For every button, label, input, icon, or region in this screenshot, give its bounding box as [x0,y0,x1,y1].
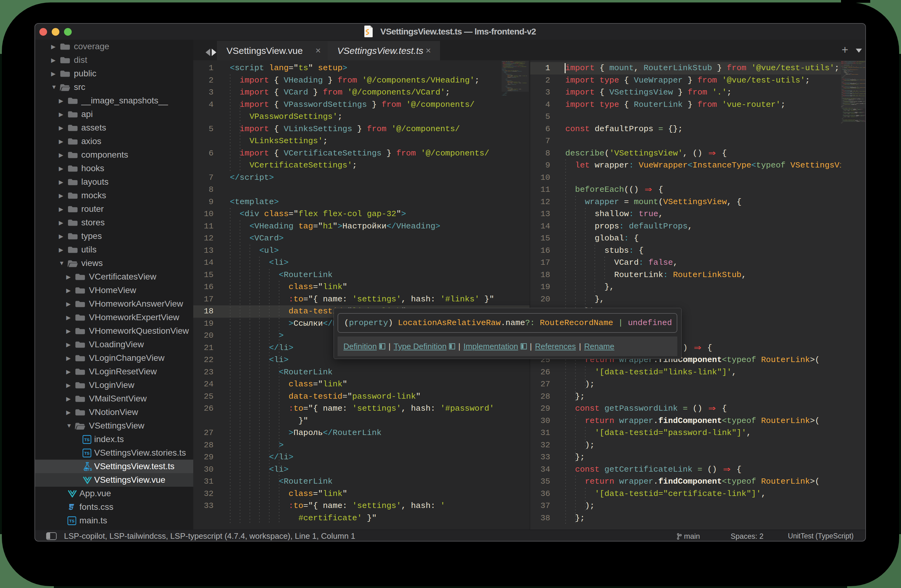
svg-text:TS: TS [87,467,92,471]
svg-text:TS: TS [84,437,90,442]
svg-text:TS: TS [84,451,90,455]
svg-text:TS: TS [69,519,75,523]
